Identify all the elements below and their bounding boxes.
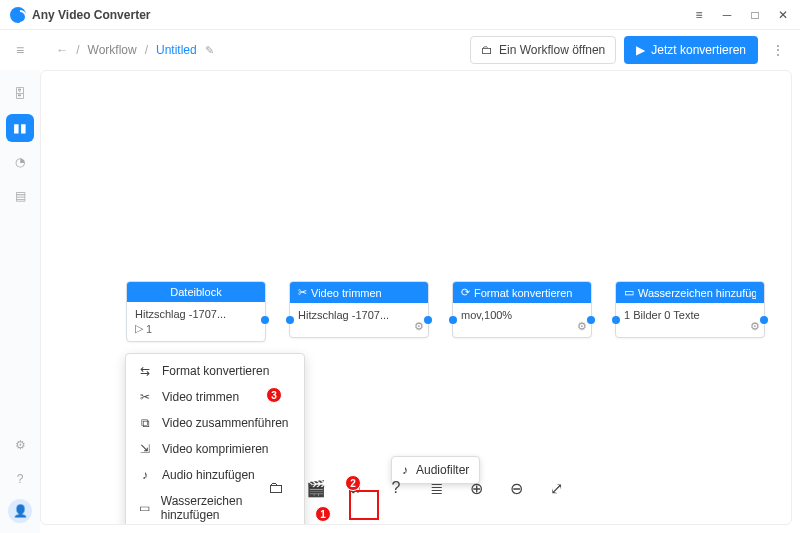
menu-item-video-compress[interactable]: ⇲Video komprimieren	[126, 436, 304, 462]
connection-lines	[41, 71, 341, 221]
toolbar-add-file[interactable]: 🗀	[264, 476, 288, 500]
block-trim-title: Video trimmen	[311, 287, 382, 299]
sidebar-item-workflow[interactable]: ▮▮	[6, 114, 34, 142]
toolbar-list[interactable]: ≣	[424, 476, 448, 500]
bottom-toolbar: 🗀 🎬 ♬ ? ≣ ⊕ ⊖ ⤢	[250, 468, 582, 508]
convert-now-label: Jetzt konvertieren	[651, 43, 746, 57]
avatar[interactable]: 👤	[8, 499, 32, 523]
gear-icon[interactable]: ⚙	[414, 320, 424, 333]
block-file-title: Dateiblock	[170, 286, 221, 298]
app-logo	[10, 7, 26, 23]
block-convert-port-out[interactable]	[587, 316, 595, 324]
block-trim-port-out[interactable]	[424, 316, 432, 324]
menu-item-video-merge[interactable]: ⧉Video zusammenführen	[126, 410, 304, 436]
maximize-icon[interactable]: □	[748, 8, 762, 22]
menu-item-label: Format konvertieren	[162, 364, 269, 378]
block-trim-body: Hitzschlag -1707...	[298, 309, 420, 321]
menu-item-label: Video komprimieren	[162, 442, 269, 456]
gear-icon[interactable]: ⚙	[750, 320, 760, 333]
annotation-badge-2: 2	[345, 475, 361, 491]
watermark-icon: ▭	[624, 286, 634, 299]
scissors-icon: ✂	[138, 390, 152, 404]
sidebar-item-history[interactable]: ◔	[6, 148, 34, 176]
play-small-icon: ▷	[135, 322, 143, 335]
breadcrumb: ← / Workflow / Untitled ✎	[56, 43, 214, 57]
annotation-arrows	[41, 71, 341, 221]
toolbar-zoom-out[interactable]: ⊖	[504, 476, 528, 500]
watermark-icon: ▭	[138, 501, 151, 515]
convert-icon: ⟳	[461, 286, 470, 299]
breadcrumb-current[interactable]: Untitled	[156, 43, 197, 57]
block-watermark[interactable]: ▭Wasserzeichen hinzufügen 1 Bilder 0 Tex…	[615, 281, 765, 338]
menu-item-format-convert[interactable]: ⇆Format konvertieren	[126, 358, 304, 384]
breadcrumb-workflow[interactable]: Workflow	[88, 43, 137, 57]
merge-icon: ⧉	[138, 416, 152, 430]
more-button[interactable]: ⋮	[766, 36, 790, 64]
sidebar-item-help[interactable]: ?	[6, 465, 34, 493]
sidebar-item-settings[interactable]: ⚙	[6, 431, 34, 459]
block-file-body: Hitzschlag -1707...	[135, 308, 257, 320]
close-icon[interactable]: ✕	[776, 8, 790, 22]
block-convert[interactable]: ⟳Format konvertieren mov,100% ⚙	[452, 281, 592, 338]
open-workflow-label: Ein Workflow öffnen	[499, 43, 605, 57]
app-title: Any Video Converter	[32, 8, 150, 22]
annotation-badge-1: 1	[315, 506, 331, 522]
play-icon: ▶	[636, 43, 645, 57]
block-watermark-body: 1 Bilder 0 Texte	[624, 309, 756, 321]
audio-icon: ♪	[138, 468, 152, 482]
compress-icon: ⇲	[138, 442, 152, 456]
block-file-count: 1	[146, 323, 152, 335]
block-watermark-title: Wasserzeichen hinzufügen	[638, 287, 756, 299]
minimize-icon[interactable]: ─	[720, 8, 734, 22]
block-trim-port-in[interactable]	[286, 316, 294, 324]
sidebar: 🗄 ▮▮ ◔ ▤ ⚙ ? 👤	[0, 70, 40, 533]
scissors-icon: ✂	[298, 286, 307, 299]
block-file[interactable]: Dateiblock Hitzschlag -1707... ▷1	[126, 281, 266, 342]
block-trim[interactable]: ✂Video trimmen Hitzschlag -1707... ⚙	[289, 281, 429, 338]
convert-now-button[interactable]: ▶ Jetzt konvertieren	[624, 36, 758, 64]
menu-item-label: Video zusammenführen	[162, 416, 289, 430]
block-watermark-port-in[interactable]	[612, 316, 620, 324]
menu-item-label: Video trimmen	[162, 390, 239, 404]
convert-icon: ⇆	[138, 364, 152, 378]
rename-icon[interactable]: ✎	[205, 44, 214, 57]
block-watermark-port-out[interactable]	[760, 316, 768, 324]
folder-icon: 🗀	[481, 43, 493, 57]
annotation-badge-3: 3	[266, 387, 282, 403]
sidebar-item-list[interactable]: ▤	[6, 182, 34, 210]
open-workflow-button[interactable]: 🗀 Ein Workflow öffnen	[470, 36, 616, 64]
toolbar-help[interactable]: ?	[384, 476, 408, 500]
block-file-port-out[interactable]	[261, 316, 269, 324]
block-convert-title: Format konvertieren	[474, 287, 572, 299]
workflow-canvas[interactable]: Dateiblock Hitzschlag -1707... ▷1 ✂Video…	[40, 70, 792, 525]
block-convert-body: mov,100%	[461, 309, 583, 321]
toolbar-add-media[interactable]: 🎬	[304, 476, 328, 500]
gear-icon[interactable]: ⚙	[577, 320, 587, 333]
annotation-highlight	[349, 490, 379, 520]
titlebar: Any Video Converter ≡ ─ □ ✕	[0, 0, 800, 30]
sidebar-item-briefcase[interactable]: 🗄	[6, 80, 34, 108]
breadcrumb-back[interactable]: ←	[56, 43, 68, 57]
block-convert-port-in[interactable]	[449, 316, 457, 324]
hamburger-icon[interactable]: ≡	[12, 38, 28, 62]
window-menu-icon[interactable]: ≡	[692, 8, 706, 22]
topbar: ≡ ← / Workflow / Untitled ✎ 🗀 Ein Workfl…	[0, 30, 800, 70]
menu-item-label: Audio hinzufügen	[162, 468, 255, 482]
toolbar-fit[interactable]: ⤢	[544, 476, 568, 500]
toolbar-zoom-in[interactable]: ⊕	[464, 476, 488, 500]
